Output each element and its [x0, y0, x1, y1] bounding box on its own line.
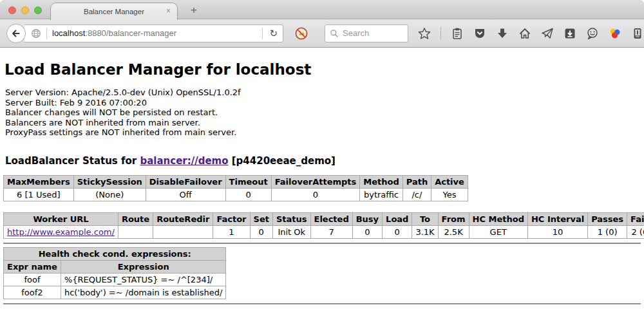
browser-window: Balancer Manager × + localhost:8880/bala… [0, 0, 644, 316]
tab-title: Balancer Manager [84, 8, 144, 15]
home-icon[interactable] [518, 27, 531, 40]
column-header: Expr name [4, 260, 61, 273]
cell-timeout: 0 [225, 188, 271, 201]
url-domain: localhost [52, 28, 85, 38]
bookmark-star-icon[interactable] [418, 27, 431, 40]
downloads-icon[interactable] [496, 27, 509, 40]
page-title: Load Balancer Manager for localhost [5, 61, 644, 78]
health-row: foof2 hc('body') =~ /domain is establish… [4, 286, 226, 299]
cell-maxmembers: 6 [1 Used] [4, 188, 74, 201]
cell-expression: %{REQUEST_STATUS} =~ /^[234]/ [61, 273, 226, 286]
toolbar-icons: ▾ [418, 27, 644, 40]
column-header: Path [402, 175, 431, 188]
cell-to: 3.1K [412, 225, 438, 238]
download-square-icon[interactable] [564, 27, 576, 40]
cell-hc-method: GET [469, 225, 527, 238]
server-info: Server Version: Apache/2.5.0-dev (Unix) … [5, 88, 644, 138]
cell-busy: 0 [352, 225, 382, 238]
cell-expr-name: foof2 [4, 286, 61, 299]
url-path: :8880/balancer-manager [85, 28, 176, 38]
feedback-smiley-icon[interactable] [586, 27, 599, 40]
reading-list-clipboard-icon[interactable] [451, 27, 464, 40]
tab-balancer-manager[interactable]: Balancer Manager × [50, 3, 178, 20]
reload-icon[interactable]: ↻ [268, 28, 279, 39]
server-version-line: Server Version: Apache/2.5.0-dev (Unix) … [5, 88, 644, 98]
cell-failoverattempts: 0 [271, 188, 360, 201]
new-tab-button[interactable]: + [185, 3, 202, 18]
tab-bar: Balancer Manager × + [0, 0, 644, 19]
cell-routeredir [153, 225, 213, 238]
content-blocker-icon[interactable] [294, 26, 308, 41]
navigation-toolbar: localhost:8880/balancer-manager ↻ Search [0, 19, 644, 48]
back-arrow-icon [10, 28, 22, 39]
column-header: Set [250, 212, 272, 225]
heading-prefix: LoadBalancer Status for [5, 155, 140, 167]
column-header: FailoverAttempts [271, 175, 360, 188]
column-header: Route [118, 212, 153, 225]
worker-url-link[interactable]: http://www.example.com/ [7, 227, 115, 237]
worker-row: http://www.example.com/ 1 0 Init Ok 7 0 … [4, 225, 644, 238]
proxypass-inherit-line: ProxyPass settings are NOT inherited fro… [5, 127, 644, 138]
cell-fails: 2 (0) [627, 225, 644, 238]
cell-elected: 7 [310, 225, 352, 238]
column-header: MaxMembers [4, 175, 74, 188]
column-header: Fails [627, 212, 644, 225]
column-header: RouteRedir [153, 212, 213, 225]
column-header: Elected [310, 212, 352, 225]
balancer-inherit-line: Balancers are NOT inherited from main se… [5, 118, 644, 128]
url-bar[interactable]: localhost:8880/balancer-manager ↻ [24, 24, 283, 42]
globe-icon [31, 28, 41, 39]
column-header: DisableFailover [146, 175, 225, 188]
balancer-status-heading: LoadBalancer Status for balancer://demo … [5, 155, 644, 167]
heading-suffix: [p4420eeae_demo] [229, 155, 336, 167]
worker-table: Worker URLRouteRouteRedirFactorSetStatus… [3, 212, 644, 239]
window-controls [8, 6, 42, 14]
health-check-table: Health check cond. expressions: Expr nam… [3, 247, 226, 299]
window-minimize-button[interactable] [21, 6, 29, 14]
notes-panel-icon[interactable] [631, 27, 644, 40]
cell-expression: hc('body') =~ /domain is established/ [61, 286, 226, 299]
cell-method: bytraffic [360, 188, 402, 201]
column-header: HC Method [469, 212, 527, 225]
search-input[interactable]: Search [325, 24, 408, 42]
cell-hc-interval: 10 [527, 225, 587, 238]
column-header: Active [431, 175, 468, 188]
column-header: Factor [213, 212, 250, 225]
window-zoom-button[interactable] [34, 6, 42, 14]
cell-expr-name: foof [4, 273, 61, 286]
url-text[interactable]: localhost:8880/balancer-manager [52, 28, 257, 38]
health-table-title: Health check cond. expressions: [4, 247, 226, 260]
cell-path: /c/ [402, 188, 431, 201]
balancer-params-row: 6 [1 Used] (None) Off 0 0 bytraffic /c/ … [4, 188, 468, 201]
back-button[interactable] [6, 24, 26, 43]
window-close-button[interactable] [8, 6, 16, 14]
worker-header-row: Worker URLRouteRouteRedirFactorSetStatus… [4, 212, 644, 225]
send-plane-icon[interactable] [541, 27, 554, 40]
column-header: Worker URL [4, 212, 118, 225]
cell-passes: 1 (0) [588, 225, 627, 238]
column-header: To [412, 212, 438, 225]
extension-colored-dots-icon[interactable] [609, 27, 621, 40]
cell-active: Yes [431, 188, 468, 201]
cell-stickysession: (None) [73, 188, 146, 201]
column-header: StickySession [73, 175, 146, 188]
health-title-row: Health check cond. expressions: [4, 247, 226, 260]
column-header: From [438, 212, 469, 225]
search-placeholder: Search [343, 28, 369, 38]
toolbar-separator [440, 27, 441, 40]
health-header-row: Expr nameExpression [4, 260, 226, 273]
pocket-icon[interactable] [473, 27, 486, 40]
server-built-line: Server Built: Feb 9 2016 07:00:20 [5, 98, 644, 108]
persist-warning-line: Balancer changes will NOT be persisted o… [5, 107, 644, 118]
column-header: Timeout [225, 175, 271, 188]
tab-close-icon[interactable]: × [166, 7, 171, 15]
url-separator [46, 28, 47, 39]
url-separator [262, 28, 263, 39]
balancer-params-table: MaxMembersStickySessionDisableFailoverTi… [3, 175, 468, 201]
cell-from: 2.5K [438, 225, 469, 238]
cell-status: Init Ok [272, 225, 310, 238]
balancer-demo-link[interactable]: balancer://demo [140, 155, 228, 167]
cell-route [118, 225, 153, 238]
cell-worker-url: http://www.example.com/ [4, 225, 118, 238]
balancer-params-header-row: MaxMembersStickySessionDisableFailoverTi… [4, 175, 468, 188]
